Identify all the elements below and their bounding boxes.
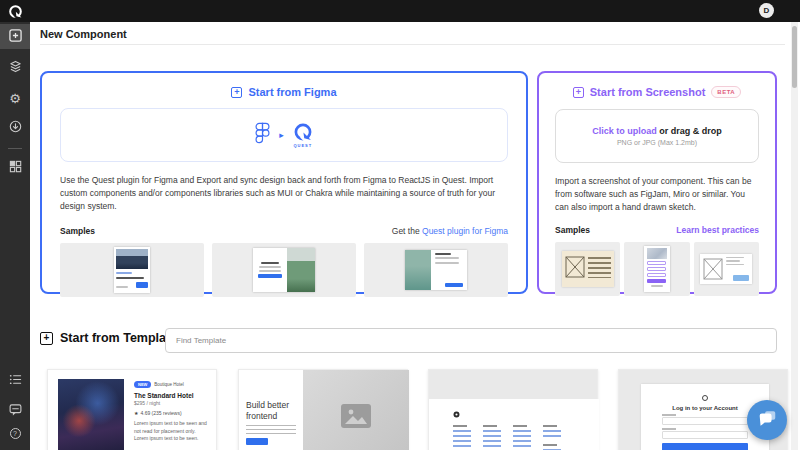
text-line: [246, 425, 296, 434]
start-from-screenshot-header[interactable]: + Start from Screenshot BETA: [539, 86, 775, 98]
hotel-name: The Standard Hotel: [134, 392, 210, 399]
field-label: [662, 414, 676, 416]
find-template-input[interactable]: [165, 328, 777, 353]
footer-band: [429, 399, 599, 450]
start-from-template-header[interactable]: + Start from Template: [40, 331, 177, 345]
sidebar-item-changelog[interactable]: [0, 370, 30, 392]
plus-icon: +: [231, 87, 242, 98]
hotel-rating: 4.69 (235 reviews): [140, 410, 181, 416]
sidebar-item-layers[interactable]: [0, 57, 30, 79]
column-header: [453, 425, 467, 427]
screenshot-sample-wireframe[interactable]: [694, 242, 759, 296]
hotel-body-text: Lorem ipsum text to be seen and not read…: [134, 420, 210, 443]
thumb-photo: [287, 248, 315, 292]
sample-thumbnail: [700, 254, 752, 284]
star-icon: ★: [134, 410, 138, 416]
thumb-button: [258, 274, 282, 278]
thumb-input: [647, 261, 666, 265]
click-to-upload-link[interactable]: Click to upload: [592, 126, 657, 136]
login-logo-icon: [702, 395, 708, 401]
figma-sample-listing-card[interactable]: [60, 243, 204, 297]
template-card-hero[interactable]: Build better frontend: [238, 369, 408, 450]
template-section-title: Start from Template: [60, 331, 177, 345]
thumb-button: [733, 275, 749, 281]
text-line: [116, 286, 128, 288]
figma-samples: [60, 243, 508, 297]
list-icon: [9, 372, 22, 390]
wireframe-x-icon: [703, 257, 723, 281]
image-placeholder-icon: [340, 403, 372, 433]
header-divider: [40, 44, 785, 45]
text-line: [261, 262, 279, 264]
hero-image-placeholder: [303, 370, 409, 450]
intercom-chat-button[interactable]: [747, 400, 787, 440]
screenshot-samples: [555, 242, 759, 296]
help-icon: ?: [10, 428, 21, 439]
text-line: [116, 272, 132, 274]
screenshot-sample-mobile-form[interactable]: [624, 242, 689, 296]
sidebar-item-components[interactable]: [0, 157, 30, 179]
upload-dropzone[interactable]: Click to upload or drag & drop PNG or JP…: [555, 109, 759, 163]
column-header: [543, 444, 557, 446]
sample-thumbnail: [562, 251, 614, 287]
hotel-price: $295 / night: [134, 400, 210, 406]
sidebar-divider: [8, 148, 22, 149]
quest-logo-blue: QUEST: [293, 122, 313, 148]
upload-text: Click to upload or drag & drop: [592, 126, 722, 136]
plus-icon: +: [573, 87, 584, 98]
hotel-photo: [58, 379, 124, 450]
plugin-link-line: Get the Quest plugin for Figma: [392, 226, 508, 236]
sidebar-item-new-component[interactable]: [0, 24, 30, 49]
field-label: [662, 428, 676, 430]
sidebar-item-export[interactable]: [0, 117, 30, 139]
top-bar: D: [0, 0, 800, 22]
text-line: [726, 260, 740, 262]
quest-app-window: D ⚙: [0, 0, 800, 450]
start-from-screenshot-card[interactable]: + Start from Screenshot BETA Click to up…: [537, 71, 777, 294]
thumb-button: [136, 282, 148, 288]
thumb-button: [246, 438, 268, 445]
link-list: [513, 430, 531, 450]
column-header: [543, 425, 557, 427]
sketch-notes: [588, 257, 611, 281]
link-list: [453, 430, 471, 450]
figma-samples-label: Samples: [60, 226, 95, 236]
footer-link-columns: [453, 425, 599, 450]
get-the-text: Get the: [392, 226, 422, 236]
text-line: [259, 266, 281, 268]
user-avatar[interactable]: D: [759, 3, 774, 18]
hero-text-panel: Build better frontend: [239, 370, 303, 450]
new-badge: NEW: [134, 381, 151, 388]
hero-heading: Build better frontend: [246, 400, 296, 421]
sample-thumbnail: [114, 247, 150, 293]
figma-sample-checkout-form[interactable]: [364, 243, 508, 297]
quest-plugin-link[interactable]: Quest plugin for Figma: [422, 226, 508, 236]
figma-card-description: Use the Quest plugin for Figma and Expor…: [60, 174, 508, 214]
start-from-figma-header[interactable]: + Start from Figma: [42, 86, 526, 98]
thumb-input: [662, 431, 748, 439]
quest-logo-icon[interactable]: [8, 4, 23, 19]
text-line: [651, 285, 663, 287]
text-line: [435, 257, 459, 259]
upload-hint: PNG or JPG (Max 1.2mb): [617, 139, 697, 146]
best-practices-link[interactable]: Learn best practices: [676, 225, 759, 235]
sidebar-item-settings[interactable]: ⚙: [0, 87, 30, 109]
sidebar-item-feedback[interactable]: [0, 400, 30, 422]
hotel-category: Boutique Hotel: [154, 382, 184, 387]
gear-icon: ⚙: [9, 92, 21, 105]
thumb-input: [647, 273, 666, 277]
scrollbar-thumb[interactable]: [792, 26, 797, 88]
figma-sample-login-form[interactable]: [212, 243, 356, 297]
template-card-footer[interactable]: [428, 369, 598, 450]
start-from-figma-card[interactable]: + Start from Figma ▸ QUES: [40, 71, 528, 294]
sidebar-item-help[interactable]: ?: [0, 422, 30, 444]
link-list: [543, 430, 561, 440]
screenshot-sample-sketch[interactable]: [555, 242, 620, 296]
text-line: [259, 270, 281, 272]
thumb-photo: [647, 248, 667, 259]
template-card-hotel[interactable]: NEW Boutique Hotel The Standard Hotel $2…: [47, 369, 217, 450]
thumb-photo: [405, 250, 431, 290]
sample-thumbnail: [253, 248, 315, 292]
plus-icon: +: [40, 332, 53, 345]
beta-badge: BETA: [711, 86, 741, 98]
